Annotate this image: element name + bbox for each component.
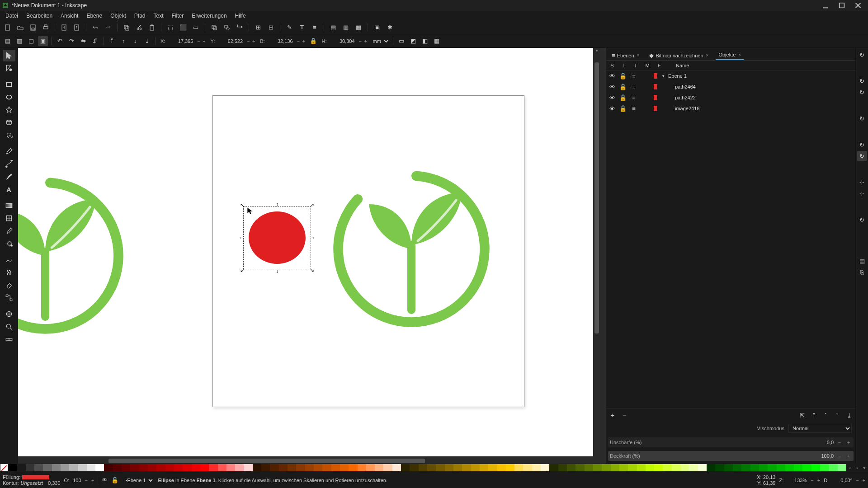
layer-visible-icon[interactable]: 👁 xyxy=(102,477,108,483)
text-tool[interactable]: A xyxy=(3,183,15,195)
rot-dec[interactable]: − xyxy=(856,478,859,483)
object-row[interactable]: 👁 🔓 ≡ path2464 xyxy=(606,81,855,92)
star-tool[interactable] xyxy=(3,104,15,116)
dock-open-9[interactable]: ⎘ xyxy=(857,267,867,277)
raise-button[interactable]: ↑ xyxy=(118,36,128,46)
ungroup-button[interactable]: ⊟ xyxy=(266,23,276,33)
copy-button[interactable] xyxy=(122,23,132,33)
color-swatch[interactable] xyxy=(768,464,776,471)
color-swatch[interactable] xyxy=(279,464,288,471)
color-swatch[interactable] xyxy=(541,464,549,471)
palette-scroll-right[interactable]: › xyxy=(854,464,861,472)
h-inc[interactable]: + xyxy=(363,37,368,45)
unit-select[interactable]: mm xyxy=(370,38,390,45)
color-swatch[interactable] xyxy=(349,464,357,471)
color-swatch[interactable] xyxy=(689,464,698,471)
layers-button[interactable]: ≡ xyxy=(310,23,320,33)
move-pattern-button[interactable]: ▦ xyxy=(432,36,442,46)
dock-open-1[interactable]: ↻ xyxy=(857,50,867,60)
clone-button[interactable] xyxy=(222,23,232,33)
vertical-scrollbar[interactable] xyxy=(594,53,599,456)
lock-icon[interactable]: 🔓 xyxy=(619,95,627,101)
menu-ebene[interactable]: Ebene xyxy=(83,11,106,20)
group-button[interactable]: ⊞ xyxy=(253,23,263,33)
flip-h-button[interactable]: ⇋ xyxy=(78,36,88,46)
color-swatch[interactable] xyxy=(480,464,488,471)
blur-slider[interactable]: Unschärfe (%) 0,0 − + xyxy=(608,437,854,447)
h-dec[interactable]: − xyxy=(358,37,363,45)
gradient-tool[interactable] xyxy=(3,200,15,211)
color-swatch[interactable] xyxy=(139,464,148,471)
color-swatch[interactable] xyxy=(759,464,768,471)
move-bottom-button[interactable]: ⤓ xyxy=(844,411,854,420)
rotate-cw-button[interactable]: ↷ xyxy=(66,36,76,46)
color-swatch[interactable] xyxy=(401,464,410,471)
spray-tool[interactable] xyxy=(3,267,15,278)
rotation-input[interactable] xyxy=(832,478,852,483)
color-swatch[interactable] xyxy=(296,464,305,471)
color-swatch[interactable] xyxy=(95,464,104,471)
color-swatch[interactable] xyxy=(646,464,654,471)
color-swatch[interactable] xyxy=(820,464,829,471)
menu-pfad[interactable]: Pfad xyxy=(131,11,149,20)
color-swatch[interactable] xyxy=(78,464,87,471)
color-swatch[interactable] xyxy=(785,464,794,471)
opacity-inc[interactable]: + xyxy=(845,453,852,459)
color-swatch[interactable] xyxy=(244,464,252,471)
deselect-button[interactable]: ▢ xyxy=(26,36,36,46)
color-swatch[interactable] xyxy=(52,464,61,471)
no-color-swatch[interactable] xyxy=(0,464,8,471)
color-swatch[interactable] xyxy=(497,464,506,471)
object-row[interactable]: 👁 🔓 ≡ path2422 xyxy=(606,92,855,103)
color-swatch[interactable] xyxy=(794,464,802,471)
color-swatch[interactable] xyxy=(235,464,244,471)
w-dec[interactable]: − xyxy=(296,37,301,45)
horizontal-scrollbar[interactable] xyxy=(18,458,593,464)
color-swatch[interactable] xyxy=(392,464,401,471)
x-inc[interactable]: + xyxy=(201,37,207,45)
color-swatch[interactable] xyxy=(322,464,331,471)
color-swatch[interactable] xyxy=(340,464,349,471)
palette-scroll-left[interactable]: ‹ xyxy=(846,464,854,472)
zoom-dec[interactable]: − xyxy=(811,478,813,483)
eraser-tool[interactable] xyxy=(3,279,15,291)
color-chip[interactable] xyxy=(654,73,657,79)
add-object-button[interactable]: + xyxy=(608,412,617,419)
document-prop-button[interactable]: ▣ xyxy=(372,23,382,33)
mesh-tool[interactable] xyxy=(3,212,15,224)
color-swatch[interactable] xyxy=(427,464,436,471)
cut-button[interactable] xyxy=(134,23,144,33)
menu-objekt[interactable]: Objekt xyxy=(107,11,130,20)
calligraphy-tool[interactable] xyxy=(3,171,15,183)
color-swatch[interactable] xyxy=(226,464,235,471)
opacity-o-inc[interactable]: + xyxy=(91,478,94,483)
color-swatch[interactable] xyxy=(453,464,462,471)
color-swatch[interactable] xyxy=(672,464,680,471)
x-input[interactable] xyxy=(167,38,194,45)
color-swatch[interactable] xyxy=(777,464,785,471)
color-swatch[interactable] xyxy=(514,464,523,471)
scale-corners-button[interactable]: ◩ xyxy=(408,36,418,46)
fill-stroke-button[interactable]: ✎ xyxy=(284,23,294,33)
color-swatch[interactable] xyxy=(314,464,322,471)
xml-button[interactable]: ▤ xyxy=(328,23,338,33)
color-swatch[interactable] xyxy=(802,464,811,471)
color-swatch[interactable] xyxy=(270,464,278,471)
zoom-input[interactable] xyxy=(787,478,807,483)
zoom-inc[interactable]: + xyxy=(817,478,820,483)
lock-icon[interactable]: 🔓 xyxy=(619,106,627,112)
zoom-fit-button[interactable]: ⬚ xyxy=(165,23,175,33)
flip-v-button[interactable]: ⇵ xyxy=(90,36,100,46)
opacity-dec[interactable]: − xyxy=(836,453,843,459)
redo-button[interactable] xyxy=(103,23,113,33)
color-swatch[interactable] xyxy=(838,464,846,471)
color-swatch[interactable] xyxy=(715,464,724,471)
scale-stroke-button[interactable]: ▭ xyxy=(396,36,406,46)
color-swatch[interactable] xyxy=(523,464,532,471)
connector-tool[interactable] xyxy=(3,292,15,304)
paintbucket-tool[interactable] xyxy=(3,238,15,249)
object-name[interactable]: Ebene 1 xyxy=(668,73,687,79)
color-swatch[interactable] xyxy=(375,464,383,471)
tweak-tool[interactable] xyxy=(3,254,15,266)
color-swatch[interactable] xyxy=(549,464,558,471)
